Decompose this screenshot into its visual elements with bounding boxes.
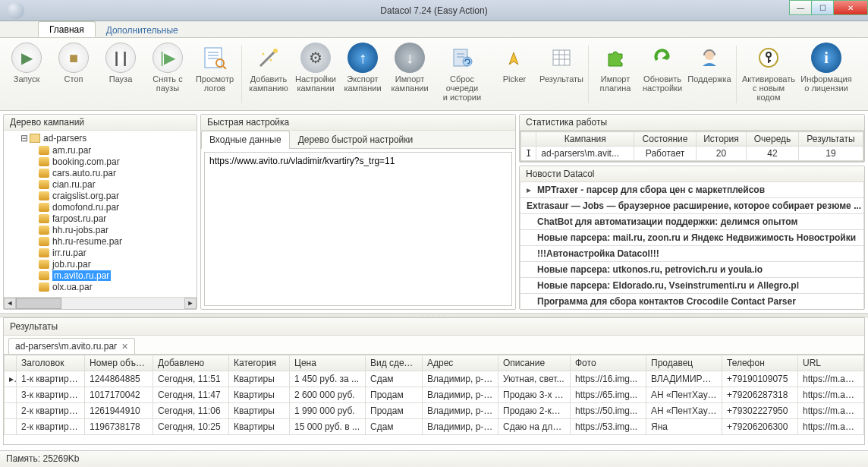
arrow-down-icon: ↓ [395, 43, 425, 73]
picker-button[interactable]: Picker [491, 41, 538, 84]
tree-item[interactable]: olx.ua.par [4, 281, 197, 292]
close-tab-icon[interactable]: ✕ [121, 342, 128, 352]
results-button[interactable]: Результаты [538, 41, 585, 84]
grid-column-header[interactable]: Адрес [423, 355, 498, 371]
news-item[interactable]: Extrasaur — Jobs — браузерное расширение… [520, 198, 864, 214]
pause-button[interactable]: | |Пауза [97, 41, 144, 84]
grid-cell: Продаю 3-х к... [498, 387, 571, 403]
grid-row[interactable]: 3-к квартира,...1017170042Сегодня, 11:47… [5, 387, 864, 403]
tab-main[interactable]: Главная [38, 21, 96, 37]
tree-item-label: craigslist.org.par [52, 191, 119, 201]
tree-item[interactable]: cars.auto.ru.par [4, 167, 197, 178]
campaign-tree[interactable]: ⊟ ad-parsers am.ru.parbooking.com.parcar… [4, 131, 197, 297]
news-item[interactable]: Новые парсера: utkonos.ru, petrovich.ru … [520, 262, 864, 278]
campaign-settings-button[interactable]: ⚙Настройки кампании [292, 41, 339, 93]
grid-column-header[interactable]: Вид сделки [366, 355, 423, 371]
maximize-button[interactable]: ☐ [811, 0, 834, 15]
tree-item[interactable]: cian.ru.par [4, 178, 197, 190]
tree-horizontal-scrollbar[interactable]: ◄► [4, 297, 197, 309]
tree-item[interactable]: hh.ru-resume.par [4, 235, 197, 247]
campaign-icon [39, 146, 49, 155]
refresh-settings-button[interactable]: Обновить настройки [639, 41, 686, 93]
memory-label: Память: 25269Kb [6, 453, 80, 464]
news-item-text: Новые парсера: Eldorado.ru, Vseinstrumen… [537, 280, 799, 291]
grid-column-header[interactable]: URL [798, 355, 864, 371]
reset-queue-button[interactable]: Сброс очереди и истории [433, 41, 491, 102]
stop-button[interactable]: ■Стоп [50, 41, 97, 84]
svg-point-13 [463, 57, 472, 66]
tree-item[interactable]: am.ru.par [4, 144, 197, 156]
tree-item[interactable]: domofond.ru.par [4, 201, 197, 213]
news-item[interactable]: ChatBot для автоматизации поддержки: дел… [520, 214, 864, 230]
tree-item[interactable]: irr.ru.par [4, 247, 197, 258]
tree-item-label: job.ru.par [52, 259, 91, 270]
wand-icon [253, 43, 284, 73]
grid-column-header[interactable]: Добавлено [153, 355, 229, 371]
quick-settings-title: Быстрая настройка [201, 115, 515, 131]
tree-item[interactable]: job.ru.par [4, 258, 197, 270]
grid-column-header[interactable]: Описание [498, 355, 571, 371]
grid-column-header[interactable]: Фото [571, 355, 646, 371]
close-button[interactable]: ✕ [833, 0, 868, 15]
grid-cell: 1 450 руб. за ... [290, 371, 366, 387]
news-item[interactable]: Новые парсера: mail.ru, zoon.ru и Яндекс… [520, 230, 864, 246]
grid-column-header[interactable]: Номер объявл... [85, 355, 153, 371]
campaign-tree-panel: Дерево кампаний ⊟ ad-parsers am.ru.parbo… [3, 114, 197, 310]
campaign-icon [39, 271, 49, 280]
tab-extra[interactable]: Дополнительные [96, 23, 189, 37]
grid-column-header[interactable]: Продавец [646, 355, 722, 371]
export-campaign-button[interactable]: ↑Экспорт кампании [339, 41, 386, 93]
campaign-icon [39, 226, 49, 235]
input-urls-textarea[interactable] [204, 152, 512, 306]
grid-column-header[interactable]: Заголовок [17, 355, 85, 371]
grid-row[interactable]: 2-к квартира,...1261944910Сегодня, 11:06… [5, 403, 864, 419]
tree-item-label: m.avito.ru.par [52, 270, 111, 281]
news-item[interactable]: !!!Автонастройка Datacol!!! [520, 246, 864, 262]
tab-input-data[interactable]: Входные данные [201, 131, 290, 149]
grid-row[interactable]: ▸1-к квартира,...1244864885Сегодня, 11:5… [5, 371, 864, 387]
tree-item[interactable]: m.avito.ru.par [4, 270, 197, 281]
key-icon [753, 43, 784, 73]
tree-folder[interactable]: ⊟ ad-parsers [4, 132, 197, 144]
license-info-button[interactable]: iИнформация о лицензии [797, 41, 855, 93]
tab-quick-tree[interactable]: Дерево быстрой настройки [290, 131, 422, 148]
news-item[interactable]: Новые парсера: Eldorado.ru, Vseinstrumen… [520, 278, 864, 294]
results-grid[interactable]: ЗаголовокНомер объявл...ДобавленоКатегор… [4, 355, 864, 435]
grid-cell: АН «ПентХаус» [646, 387, 722, 403]
support-button[interactable]: Поддержка [686, 41, 733, 84]
grid-cell: Сегодня, 10:25 [153, 419, 229, 435]
tree-item[interactable]: booking.com.par [4, 156, 197, 167]
grid-cell: 2-к квартира,... [17, 419, 85, 435]
grid-cell: Квартиры [229, 371, 290, 387]
import-campaign-button[interactable]: ↓Импорт кампании [386, 41, 433, 93]
import-plugin-button[interactable]: Импорт плагина [592, 41, 639, 93]
svg-rect-0 [205, 48, 222, 68]
news-item[interactable]: Программа для сбора контактов Crocodile … [520, 294, 864, 309]
svg-point-9 [270, 59, 272, 62]
grid-cell: Сдам [366, 419, 423, 435]
tree-item[interactable]: craigslist.org.par [4, 190, 197, 201]
grid-cell: Сегодня, 11:47 [153, 387, 229, 403]
minimize-button[interactable]: — [789, 0, 812, 15]
start-button[interactable]: ▶Запуск [3, 41, 50, 84]
tree-item[interactable]: hh.ru-jobs.par [4, 224, 197, 235]
arrow-up-icon: ↑ [348, 43, 378, 73]
add-campaign-button[interactable]: Добавить кампанию [245, 41, 292, 93]
grid-cell: 1244864885 [85, 371, 153, 387]
campaign-icon [39, 214, 49, 223]
grid-column-header[interactable]: Цена [290, 355, 366, 371]
resume-button[interactable]: |▶Снять с паузы [144, 41, 191, 93]
grid-column-header[interactable]: Телефон [722, 355, 798, 371]
grid-column-header[interactable]: Категория [229, 355, 290, 371]
activate-button[interactable]: Активировать с новым кодом [740, 41, 797, 102]
grid-cell: 1261944910 [85, 403, 153, 419]
grid-row[interactable]: 2-к квартира,...1196738178Сегодня, 10:25… [5, 419, 864, 435]
campaign-icon [39, 260, 49, 269]
results-tab[interactable]: ad-parsers\m.avito.ru.par ✕ [8, 338, 135, 354]
tree-item[interactable]: farpost.ru.par [4, 213, 197, 224]
news-item[interactable]: ▸MPTraxer - парсер для сбора цен с марке… [520, 182, 864, 198]
grid-cell: 2 600 000 руб. [290, 387, 366, 403]
grid-cell: https://m.avito... [798, 403, 864, 419]
view-logs-button[interactable]: Просмотр логов [191, 41, 238, 93]
stats-row[interactable]: I ad-parsers\m.avit... Работает 20 42 19 [521, 147, 863, 161]
